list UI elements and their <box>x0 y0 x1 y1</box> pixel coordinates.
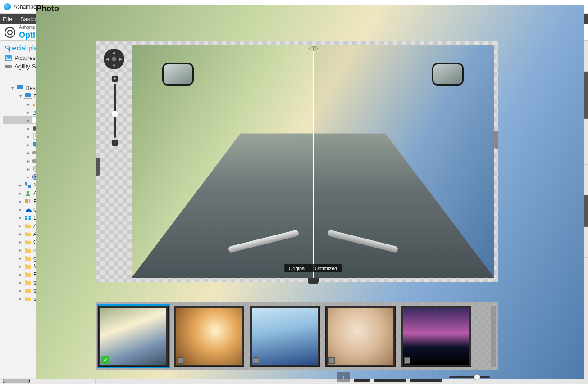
collapse-sidebar-right-handle[interactable] <box>494 131 498 149</box>
folder-icon <box>24 230 32 237</box>
expand-arrow-icon[interactable]: ▸ <box>26 102 31 107</box>
onedrive-icon <box>24 206 32 212</box>
svg-rect-12 <box>24 98 32 99</box>
expand-arrow-icon[interactable]: ▸ <box>18 296 23 301</box>
svg-rect-34 <box>25 199 27 203</box>
folder-icon <box>24 239 32 245</box>
lib-icon <box>24 198 32 204</box>
folder-icon <box>24 255 32 261</box>
center-panel: ◁▷ Original Optimized ▲▼◀▶ + − <box>96 41 498 384</box>
checkbox[interactable] <box>177 357 183 364</box>
expand-arrow-icon[interactable]: ▸ <box>26 110 31 115</box>
folder-icon <box>24 247 32 253</box>
thumbnail[interactable]: ✓ <box>98 306 169 367</box>
svg-rect-11 <box>25 93 31 97</box>
expand-arrow-icon[interactable]: ▸ <box>26 134 31 139</box>
expand-arrow-icon[interactable]: ▸ <box>18 183 23 188</box>
pictures-icon <box>5 55 12 61</box>
expand-arrow-icon[interactable]: ▸ <box>18 207 23 212</box>
thumbnail[interactable] <box>401 306 471 367</box>
app-icon <box>4 3 11 10</box>
compare-handle-bottom[interactable] <box>308 278 319 284</box>
compare-label-optimized: Optimized <box>310 264 342 272</box>
expand-arrow-icon[interactable]: ▸ <box>18 288 23 293</box>
svg-rect-9 <box>17 85 23 89</box>
image-viewport[interactable]: ◁▷ Original Optimized ▲▼◀▶ + − <box>96 41 498 282</box>
folder-icon <box>24 287 32 294</box>
expand-arrow-icon[interactable]: ▸ <box>18 239 23 244</box>
check-icon: ✓ <box>101 356 109 364</box>
expand-arrow-icon[interactable]: ▸ <box>26 158 31 163</box>
expand-arrow-icon[interactable]: ▾ <box>10 86 14 90</box>
checkbox[interactable] <box>328 357 335 364</box>
svg-point-14 <box>34 119 36 121</box>
checkbox[interactable] <box>253 357 259 364</box>
svg-point-33 <box>27 191 29 194</box>
sort-vertical-button: ↕ <box>337 372 350 382</box>
folder-icon <box>24 222 32 229</box>
thumbnail-strip: ✓ <box>96 302 498 370</box>
monitor-icon <box>16 85 23 91</box>
net-icon <box>24 182 32 188</box>
compare-handle-top[interactable]: ◁▷ <box>308 44 318 51</box>
collapse-sidebar-left-handle[interactable] <box>96 158 100 176</box>
preview-image: ◁▷ Original Optimized <box>132 45 494 278</box>
svg-point-8 <box>10 66 11 67</box>
brand-row: Ashampoo® Photo Optimizer 2016 <box>0 24 588 41</box>
folder-icon <box>24 271 32 277</box>
expand-arrow-icon[interactable]: ▸ <box>26 175 30 180</box>
expand-arrow-icon[interactable]: ▸ <box>18 248 23 253</box>
folder-icon <box>24 295 32 302</box>
brand-text: Ashampoo® Photo Optimizer 2016 <box>19 25 82 40</box>
expand-arrow-icon[interactable]: ▸ <box>18 223 23 228</box>
svg-point-30 <box>34 176 36 178</box>
expand-arrow-icon[interactable]: ▾ <box>18 94 23 99</box>
folder-icon <box>24 279 32 285</box>
place-label: Pictures <box>14 54 36 61</box>
zoom-out-button[interactable]: − <box>112 140 118 146</box>
expand-arrow-icon[interactable]: ▸ <box>26 167 31 172</box>
expand-arrow-icon[interactable]: ▸ <box>18 272 23 277</box>
svg-rect-31 <box>25 182 27 185</box>
pc-icon <box>24 93 32 99</box>
menu-file[interactable]: File <box>3 16 12 23</box>
svg-rect-10 <box>18 90 21 90</box>
zoom-slider-vertical[interactable]: + − <box>112 76 118 146</box>
menu-basics[interactable]: Basics <box>20 16 37 23</box>
svg-rect-36 <box>29 199 30 203</box>
expand-arrow-icon[interactable]: ▸ <box>18 280 23 285</box>
compare-divider[interactable] <box>313 45 314 278</box>
compare-label-original: Original <box>284 264 310 272</box>
checkbox[interactable] <box>404 357 410 364</box>
drive-icon <box>5 63 12 70</box>
thumbnail[interactable] <box>174 306 244 367</box>
user-icon <box>24 190 32 196</box>
pan-control[interactable]: ▲▼◀▶ <box>104 49 124 69</box>
expand-arrow-icon[interactable]: ▸ <box>18 256 23 261</box>
expand-arrow-icon[interactable]: ▸ <box>26 126 31 131</box>
expand-arrow-icon[interactable]: ▸ <box>18 199 23 204</box>
svg-point-6 <box>6 57 8 58</box>
brand-logo-icon <box>5 27 15 38</box>
dropbox-icon <box>24 214 32 221</box>
expand-arrow-icon[interactable]: ▸ <box>18 231 23 236</box>
expand-arrow-icon[interactable]: ▸ <box>26 142 31 147</box>
compare-labels: Original Optimized <box>284 264 342 272</box>
expand-arrow-icon[interactable]: ▸ <box>26 118 31 123</box>
expand-arrow-icon[interactable]: ▸ <box>18 215 23 220</box>
zoom-in-button[interactable]: + <box>112 76 118 82</box>
thumbnail[interactable] <box>250 306 320 367</box>
filmstrip-scrollbar[interactable] <box>491 306 496 367</box>
svg-rect-35 <box>27 199 28 203</box>
expand-arrow-icon[interactable]: ▸ <box>18 264 23 269</box>
thumbnail[interactable] <box>325 306 396 367</box>
expand-arrow-icon[interactable]: ▸ <box>26 150 31 155</box>
expand-arrow-icon[interactable]: ▸ <box>18 191 23 196</box>
thumbnail-size-slider[interactable] <box>449 376 490 378</box>
folder-icon <box>24 263 32 269</box>
